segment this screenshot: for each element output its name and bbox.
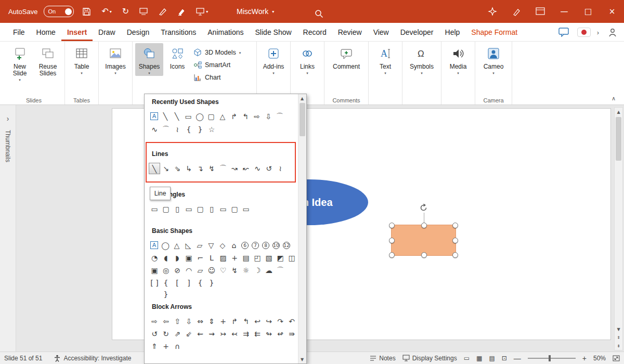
links-button[interactable]: Links ▾ (293, 43, 321, 76)
draw-pen-button[interactable] (157, 5, 169, 18)
shape-glyph[interactable]: ↳ (183, 163, 194, 174)
shape-glyph[interactable]: ⌒ (217, 163, 229, 174)
shape-glyph[interactable]: ⇩ (263, 111, 274, 122)
reading-view-button[interactable]: ▤ (489, 355, 495, 362)
maximize-button[interactable]: □ (576, 0, 600, 23)
shape-glyph[interactable]: ⇦ (160, 316, 172, 327)
redo-button[interactable]: ↻ (120, 5, 131, 18)
shapes-scrollbar-thumb[interactable] (300, 103, 305, 136)
shape-glyph[interactable]: ↻ (160, 328, 172, 340)
shape-glyph[interactable]: ↯ (229, 265, 240, 276)
shape-glyph[interactable]: ↝ (229, 163, 240, 174)
shape-glyph[interactable]: ▱ (194, 265, 206, 276)
shape-glyph[interactable]: ⇗ (172, 328, 183, 340)
shape-glyph[interactable]: ▨ (217, 252, 229, 264)
selection-handle-bottom-right[interactable] (452, 252, 458, 258)
shape-glyph[interactable]: △ (217, 111, 228, 122)
shape-glyph[interactable]: ▭ (240, 203, 252, 215)
shape-glyph[interactable]: ▭ (217, 203, 229, 215)
shape-glyph[interactable]: ↰ (240, 316, 252, 327)
tab-record[interactable]: Record (297, 23, 332, 41)
shape-glyph[interactable]: + (217, 316, 229, 327)
shape-glyph[interactable]: ⇛ (286, 328, 297, 340)
shapes-scroll-down-button[interactable]: ▼ (298, 355, 306, 363)
shape-glyph[interactable]: ⇜ (194, 328, 206, 340)
shape-glyph[interactable]: L (206, 252, 217, 264)
present-button[interactable]: ▾ (194, 5, 210, 18)
shape-glyph[interactable]: ◩ (275, 252, 286, 264)
shape-glyph[interactable]: ↩ (252, 316, 263, 327)
slideshow-view-button[interactable]: ⊡ (502, 355, 507, 362)
shape-glyph[interactable]: A (150, 112, 158, 120)
shape-glyph[interactable]: 12 (283, 242, 290, 249)
smartart-button[interactable]: SmartArt (193, 61, 252, 69)
selection-handle-bottom-middle[interactable] (421, 252, 427, 258)
shape-glyph[interactable]: ▣ (183, 252, 194, 264)
shape-glyph[interactable]: ↣ (217, 328, 229, 340)
shape-glyph[interactable]: { (183, 124, 194, 135)
shape-glyph[interactable]: ↢ (229, 328, 240, 340)
scrollbar-thumb[interactable] (616, 117, 621, 161)
shape-glyph[interactable]: ▢ (229, 203, 240, 215)
shape-glyph[interactable]: } (206, 277, 217, 289)
shape-glyph[interactable]: ╲ (160, 111, 171, 122)
shape-glyph[interactable]: ☽ (252, 265, 263, 276)
shape-glyph[interactable]: ⌂ (228, 240, 240, 251)
chart-button[interactable]: Chart (193, 73, 252, 82)
shape-glyph[interactable]: ↱ (228, 111, 240, 122)
shape-glyph[interactable]: ▣ (149, 265, 160, 276)
search-button[interactable] (312, 7, 326, 20)
shape-glyph[interactable]: ◫ (286, 252, 297, 264)
undo-button[interactable]: ↶▾ (99, 5, 113, 18)
record-button[interactable] (577, 28, 591, 37)
shape-glyph[interactable]: 6 (241, 242, 249, 249)
designer-sparkle-button[interactable] (480, 0, 504, 23)
shapes-menu-scrollbar[interactable]: ▲ ▼ (298, 94, 306, 363)
zoom-in-button[interactable]: + (582, 354, 587, 362)
shape-glyph[interactable]: ◗ (172, 252, 183, 264)
slide-vertical-scrollbar[interactable]: ▲ ▼ ⇞ ⇟ (614, 107, 623, 350)
shape-glyph[interactable]: ⌒ (274, 111, 285, 122)
shape-glyph[interactable]: { (194, 277, 206, 289)
shape-glyph[interactable]: ▯ (172, 203, 183, 215)
shape-glyph[interactable]: ≀ (275, 163, 286, 174)
zoom-slider-thumb[interactable] (549, 355, 551, 361)
shape-glyph[interactable]: ◰ (252, 252, 263, 264)
shape-glyph[interactable]: ◖ (160, 252, 172, 264)
shape-glyph[interactable]: △ (171, 240, 183, 251)
shape-glyph[interactable]: + (160, 341, 172, 352)
shape-glyph[interactable]: A (150, 241, 158, 249)
zoom-level[interactable]: 50% (593, 355, 606, 362)
shape-glyph[interactable]: ↺ (263, 163, 275, 174)
shape-glyph[interactable]: ▤ (240, 252, 252, 264)
shape-glyph[interactable]: ⌐ (194, 252, 206, 264)
shape-glyph[interactable]: ⇨ (149, 316, 160, 327)
selection-handle-top-middle[interactable] (421, 223, 427, 228)
shape-glyph[interactable]: ↘ (160, 163, 172, 174)
tab-help[interactable]: Help (439, 23, 466, 41)
record-expand-chevron[interactable]: › (597, 29, 599, 36)
shapes-scroll-up-button[interactable]: ▲ (298, 94, 306, 102)
symbols-button[interactable]: Ω Symbols ▾ (405, 43, 438, 76)
shape-glyph[interactable]: ↯ (206, 163, 217, 174)
selected-rectangle-shape[interactable] (391, 225, 456, 256)
shape-glyph[interactable]: ⇔ (194, 316, 206, 327)
shape-glyph[interactable]: ⌒ (275, 265, 286, 276)
close-button[interactable]: × (600, 0, 624, 23)
3d-models-button[interactable]: 3D Models ▾ (193, 48, 252, 57)
shape-glyph[interactable]: ▯ (206, 203, 217, 215)
shape-glyph[interactable]: ▭ (183, 203, 194, 215)
shape-glyph[interactable]: ◇ (217, 240, 228, 251)
tab-transitions[interactable]: Transitions (155, 23, 202, 41)
tab-review[interactable]: Review (332, 23, 368, 41)
shape-glyph[interactable]: ⇨ (251, 111, 263, 122)
shape-glyph[interactable]: ☁ (263, 265, 275, 276)
selection-handle-middle-right[interactable] (452, 238, 458, 243)
tab-developer[interactable]: Developer (395, 23, 439, 41)
tab-animations[interactable]: Animations (202, 23, 249, 41)
editing-pen-button[interactable] (504, 0, 528, 23)
shape-glyph[interactable]: } (194, 124, 206, 135)
selection-handle-middle-left[interactable] (389, 238, 395, 243)
shape-glyph[interactable]: ∿ (149, 124, 160, 135)
shape-glyph[interactable]: ∩ (172, 341, 183, 352)
